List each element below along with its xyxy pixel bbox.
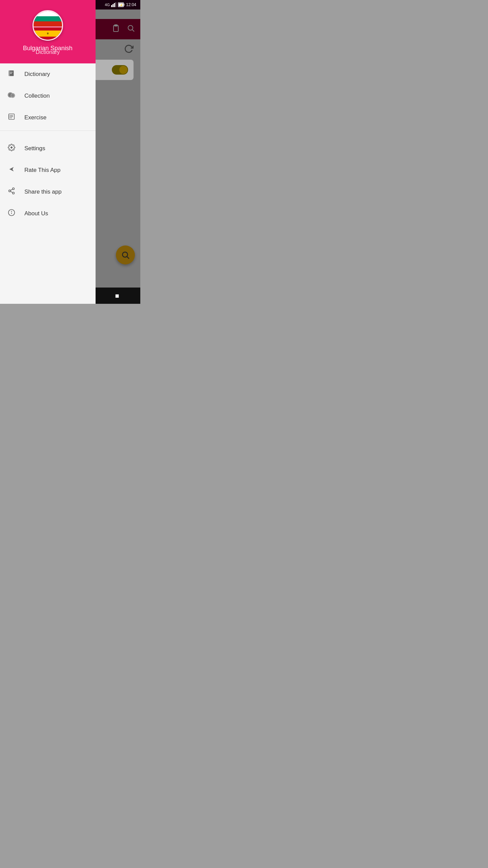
network-indicator: 4G — [105, 3, 110, 7]
navigation-drawer: ⚜ Bulgarian Spanish Dictionary Dictionar… — [0, 0, 96, 304]
share-icon — [7, 187, 16, 197]
spanish-red-top — [34, 27, 62, 31]
settings-label: Settings — [24, 145, 45, 152]
svg-rect-2 — [114, 3, 115, 7]
svg-rect-1 — [113, 4, 114, 7]
nav-item-settings[interactable]: Settings — [0, 138, 96, 159]
nav-item-rate[interactable]: Rate This App — [0, 159, 96, 181]
svg-rect-19 — [10, 73, 12, 74]
svg-line-38 — [11, 191, 13, 193]
info-icon — [7, 209, 16, 218]
nav-item-exercise[interactable]: Exercise — [0, 107, 96, 129]
svg-line-39 — [11, 189, 13, 191]
nav-item-dictionary[interactable]: Dictionary — [0, 63, 96, 85]
spanish-yellow: ⚜ — [34, 31, 62, 37]
svg-rect-5 — [124, 4, 124, 6]
recents-button[interactable]: ■ — [108, 289, 126, 302]
svg-point-25 — [11, 94, 14, 97]
collection-icon — [7, 91, 16, 101]
svg-rect-17 — [9, 71, 10, 76]
svg-rect-3 — [115, 2, 116, 7]
svg-text:⚡: ⚡ — [120, 3, 123, 7]
svg-marker-34 — [9, 167, 14, 172]
collection-label: Collection — [24, 93, 50, 99]
exercise-label: Exercise — [24, 114, 46, 121]
drawer-scrim[interactable] — [96, 9, 140, 288]
svg-rect-0 — [111, 5, 112, 7]
nav-item-about[interactable]: About Us — [0, 203, 96, 224]
svg-point-37 — [13, 192, 15, 194]
rate-label: Rate This App — [24, 167, 60, 174]
svg-point-35 — [13, 188, 15, 190]
drawer-menu: Dictionary Collection — [0, 63, 96, 304]
status-icons: 4G ⚡ 12:04 — [105, 2, 136, 7]
drawer-header: ⚜ Bulgarian Spanish Dictionary — [0, 0, 96, 63]
settings-icon — [7, 144, 16, 153]
nav-item-share[interactable]: Share this app — [0, 181, 96, 203]
drawer-app-title: Bulgarian Spanish Dictionary — [23, 45, 73, 55]
bulgarian-red-stripe — [34, 21, 62, 26]
book-icon — [7, 70, 16, 79]
rate-icon — [7, 165, 16, 175]
nav-item-collection[interactable]: Collection — [0, 85, 96, 107]
bulgarian-white-stripe — [34, 11, 62, 16]
spanish-red-bottom — [34, 37, 62, 40]
share-label: Share this app — [24, 189, 62, 195]
time-display: 12:04 — [126, 2, 136, 7]
spanish-emblem: ⚜ — [46, 32, 49, 35]
svg-point-33 — [11, 146, 13, 149]
signal-icon — [111, 2, 117, 7]
exercise-icon — [7, 113, 16, 122]
flag-logo: ⚜ — [33, 10, 63, 41]
battery-icon: ⚡ — [118, 2, 125, 7]
dictionary-label: Dictionary — [24, 71, 50, 78]
svg-point-36 — [9, 190, 11, 192]
svg-rect-18 — [10, 72, 12, 72]
menu-divider — [0, 131, 96, 131]
about-label: About Us — [24, 210, 48, 217]
bulgarian-green-stripe — [34, 16, 62, 21]
